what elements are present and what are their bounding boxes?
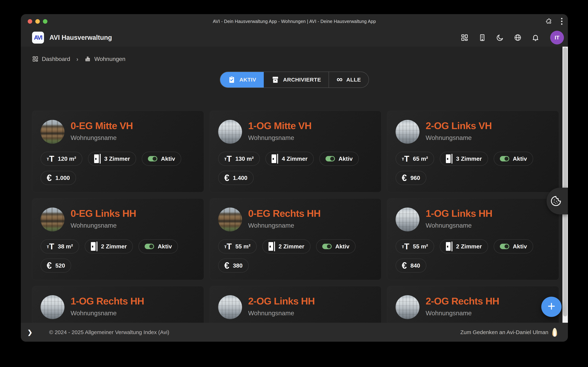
window-controls bbox=[28, 14, 47, 29]
expand-sidebar-chevron-icon[interactable]: ❯ bbox=[27, 329, 33, 336]
main-content: Dashboard › Wohnungen bbox=[21, 47, 568, 323]
toggle-on-icon bbox=[500, 156, 509, 161]
status-chip: Aktiv bbox=[316, 239, 355, 253]
price-chip: € 1.000 bbox=[41, 171, 76, 185]
area-chip: тT 120 m² bbox=[41, 152, 82, 166]
apartment-card[interactable]: 1-OG Rechts HH Wohnungsname тT € bbox=[32, 286, 204, 323]
archive-icon bbox=[271, 76, 279, 84]
apartment-card[interactable]: 1-OG Mitte VH Wohnungsname тT 130 m² 4 Z… bbox=[210, 111, 382, 192]
euro-icon: € bbox=[47, 173, 52, 183]
app-logo[interactable]: AVI bbox=[32, 32, 44, 44]
door-icon bbox=[272, 154, 278, 164]
price-chip-label: 1.000 bbox=[55, 175, 70, 181]
card-title: 0-EG Links HH bbox=[71, 208, 136, 218]
door-icon bbox=[94, 154, 101, 164]
price-chip-label: 520 bbox=[55, 262, 65, 269]
price-chip-label: 960 bbox=[410, 175, 420, 181]
tab-alle-label: ALLE bbox=[346, 77, 361, 83]
apartment-card[interactable]: 2-OG Links HH Wohnungsname тT € bbox=[210, 286, 382, 323]
apartment-photo bbox=[396, 208, 419, 231]
area-chip-label: 65 m² bbox=[413, 156, 428, 162]
breadcrumb-separator: › bbox=[76, 56, 78, 63]
cards-grid: 0-EG Mitte VH Wohnungsname тT 120 m² 3 Z… bbox=[32, 111, 559, 323]
filter-tab-group: AKTIV ARCHIVIERTE ∞ ALLE bbox=[220, 72, 369, 88]
browser-window: AVI - Dein Hausverwaltung App - Wohnunge… bbox=[21, 14, 568, 342]
browser-titlebar: AVI - Dein Hausverwaltung App - Wohnunge… bbox=[21, 14, 568, 29]
toggle-on-icon bbox=[145, 244, 154, 249]
card-title: 1-OG Rechts HH bbox=[71, 296, 144, 306]
apartment-photo bbox=[396, 120, 419, 144]
rooms-chip: 2 Zimmer bbox=[262, 239, 311, 253]
price-chip-label: 840 bbox=[410, 262, 420, 269]
tab-aktiv[interactable]: AKTIV bbox=[220, 72, 264, 87]
building-solid-icon bbox=[85, 56, 91, 62]
moon-icon[interactable] bbox=[496, 33, 504, 42]
apartment-card[interactable]: 0-EG Mitte VH Wohnungsname тT 120 m² 3 Z… bbox=[32, 111, 204, 192]
euro-icon: € bbox=[47, 261, 52, 270]
text-size-icon: тT bbox=[224, 154, 232, 164]
scrollbar-thumb[interactable] bbox=[563, 47, 567, 316]
scrollbar-track[interactable] bbox=[562, 47, 568, 323]
card-title: 0-EG Rechts HH bbox=[248, 208, 321, 218]
status-chip-label: Aktiv bbox=[513, 243, 527, 250]
apartment-card[interactable]: 0-EG Links HH Wohnungsname тT 38 m² 2 Zi… bbox=[32, 198, 204, 280]
card-title: 1-OG Mitte VH bbox=[248, 121, 311, 131]
card-title: 2-OG Links HH bbox=[248, 296, 315, 306]
card-subtitle: Wohnungsname bbox=[248, 134, 311, 141]
globe-icon[interactable] bbox=[514, 33, 522, 42]
price-chip: € 840 bbox=[396, 259, 426, 273]
tab-alle[interactable]: ∞ ALLE bbox=[329, 72, 368, 87]
euro-icon: € bbox=[402, 173, 407, 183]
tab-aktiv-label: AKTIV bbox=[239, 77, 256, 83]
price-chip: € 960 bbox=[396, 171, 426, 185]
bell-icon[interactable] bbox=[531, 33, 540, 42]
status-chip: Aktiv bbox=[494, 239, 533, 253]
zoom-button[interactable] bbox=[43, 19, 47, 24]
apartment-card[interactable]: 1-OG Links HH Wohnungsname тT 55 m² 2 Zi… bbox=[387, 198, 559, 280]
apartment-photo bbox=[218, 120, 242, 144]
card-subtitle: Wohnungsname bbox=[426, 222, 492, 229]
tab-archivierte-label: ARCHIVIERTE bbox=[283, 77, 321, 83]
euro-icon: € bbox=[402, 261, 407, 270]
status-chip-label: Aktiv bbox=[161, 156, 175, 162]
apartment-card[interactable]: 2-OG Rechts HH Wohnungsname тT € bbox=[387, 286, 559, 323]
add-wohnung-button[interactable]: + bbox=[541, 297, 562, 317]
euro-icon: € bbox=[224, 261, 229, 270]
door-icon bbox=[446, 242, 452, 251]
breadcrumb-dashboard-link[interactable]: Dashboard bbox=[42, 56, 70, 62]
extensions-puzzle-icon[interactable] bbox=[545, 18, 552, 25]
card-subtitle: Wohnungsname bbox=[71, 222, 136, 229]
card-subtitle: Wohnungsname bbox=[248, 222, 321, 229]
rooms-chip-label: 2 Zimmer bbox=[456, 243, 482, 250]
toggle-on-icon bbox=[326, 156, 335, 161]
card-subtitle: Wohnungsname bbox=[248, 309, 315, 317]
area-chip: тT 38 m² bbox=[41, 239, 79, 253]
door-icon bbox=[91, 242, 97, 251]
dashboard-grid-icon bbox=[32, 56, 39, 62]
apartment-card[interactable]: 0-EG Rechts HH Wohnungsname тT 55 m² 2 Z… bbox=[210, 198, 382, 280]
text-size-icon: тT bbox=[402, 242, 409, 251]
card-title: 1-OG Links HH bbox=[426, 208, 492, 218]
close-button[interactable] bbox=[28, 19, 32, 24]
status-chip-label: Aktiv bbox=[335, 243, 349, 250]
dashboard-icon[interactable] bbox=[460, 33, 469, 42]
toggle-on-icon bbox=[500, 244, 509, 249]
area-chip: тT 55 m² bbox=[218, 239, 257, 253]
area-chip-label: 130 m² bbox=[235, 156, 254, 162]
area-chip-label: 38 m² bbox=[58, 243, 73, 250]
browser-menu-icon[interactable] bbox=[560, 17, 563, 25]
minimize-button[interactable] bbox=[35, 19, 40, 24]
apartment-card[interactable]: 2-OG Links VH Wohnungsname тT 65 m² 3 Zi… bbox=[387, 111, 559, 192]
tab-archivierte[interactable]: ARCHIVIERTE bbox=[264, 72, 329, 87]
price-chip: € 1.400 bbox=[218, 171, 254, 185]
building-icon[interactable] bbox=[478, 33, 486, 42]
avatar[interactable]: IT bbox=[550, 31, 564, 44]
card-subtitle: Wohnungsname bbox=[426, 309, 499, 317]
area-chip-label: 55 m² bbox=[413, 243, 428, 250]
door-icon bbox=[446, 154, 452, 164]
status-chip: Aktiv bbox=[494, 152, 533, 166]
rooms-chip-label: 3 Zimmer bbox=[456, 156, 482, 162]
rooms-chip-label: 2 Zimmer bbox=[101, 243, 127, 250]
apartment-photo bbox=[396, 295, 419, 319]
clipboard-check-icon bbox=[228, 76, 236, 84]
